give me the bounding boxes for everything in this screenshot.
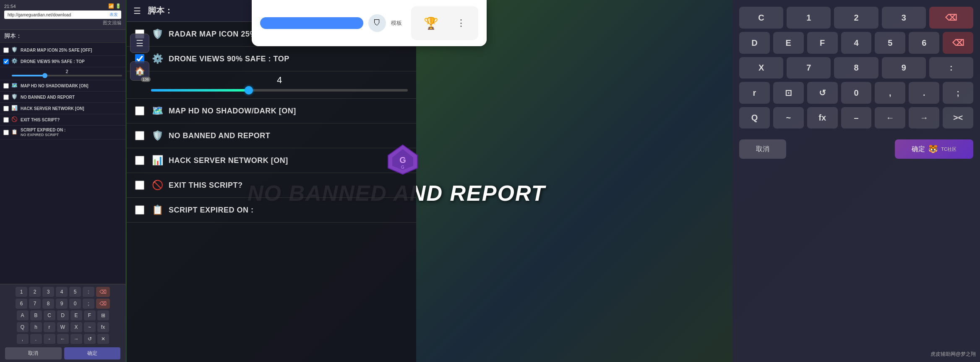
rk-8[interactable]: 8 [834, 57, 878, 79]
kb-e[interactable]: E [70, 310, 82, 320]
kb-3[interactable]: 3 [42, 287, 54, 297]
center-list-item[interactable]: 🛡️ NO BANNED AND REPORT [127, 123, 416, 148]
maphd-checkbox[interactable] [3, 83, 9, 89]
url-bar[interactable]: http://gameguardian.net/download 表发 [4, 10, 121, 19]
rk-del1[interactable]: ⌫ [929, 7, 973, 29]
kb-comma[interactable]: , [17, 334, 29, 344]
url-submit-btn[interactable]: 表发 [109, 12, 118, 18]
left-cancel-btn[interactable]: 取消 [5, 347, 62, 359]
exit-checkbox[interactable] [3, 117, 9, 123]
kb-dot[interactable]: . [30, 334, 42, 344]
kb-h[interactable]: h [30, 322, 42, 332]
kb-minus[interactable]: - [44, 334, 55, 344]
list-item[interactable]: ⚙️ DRONE VIEWS 90% SAFE : TOP [0, 56, 125, 67]
rk-q[interactable]: Q [739, 107, 770, 129]
list-item[interactable]: 🛡️ RADAR MAP ICON 25% SAFE [OFF] [0, 45, 125, 56]
center-list-item[interactable]: ⚙️ DRONE VIEWS 90% SAFE : TOP [127, 47, 416, 71]
rk-e[interactable]: E [773, 32, 804, 54]
nobanned-checkbox[interactable] [3, 94, 9, 100]
kb-8[interactable]: 8 [42, 299, 54, 309]
rk-angles[interactable]: >< [943, 107, 973, 129]
c-nobanned-checkbox[interactable] [135, 131, 144, 140]
kb-tilde[interactable]: ~ [84, 322, 96, 332]
rk-7[interactable]: 7 [787, 57, 831, 79]
rk-f[interactable]: F [807, 32, 838, 54]
rk-d[interactable]: D [739, 32, 770, 54]
rk-dash[interactable]: – [841, 107, 872, 129]
kb-del1[interactable]: ⌫ [96, 287, 110, 297]
rk-3[interactable]: 3 [882, 7, 926, 29]
more-options-btn[interactable]: ⋮ [456, 18, 466, 29]
c-exit-checkbox[interactable] [135, 181, 144, 190]
rk-colon[interactable]: : [929, 57, 973, 79]
kb-q[interactable]: Q [17, 322, 29, 332]
kb-9[interactable]: 9 [56, 299, 68, 309]
center-list-item[interactable]: 🚫 EXIT THIS SCRIPT? [127, 173, 416, 198]
rk-9[interactable]: 9 [882, 57, 926, 79]
rk-5[interactable]: 5 [875, 32, 905, 54]
kb-colon[interactable]: : [83, 287, 94, 297]
c-maphd-checkbox[interactable] [135, 106, 144, 115]
kb-x[interactable]: X [70, 322, 82, 332]
kb-7[interactable]: 7 [29, 299, 41, 309]
kb-c[interactable]: C [44, 310, 55, 320]
list-item[interactable]: 🛡️ NO BANNED AND REPORT [0, 92, 125, 103]
kb-w[interactable]: W [57, 322, 69, 332]
kb-4[interactable]: 4 [56, 287, 68, 297]
rk-4[interactable]: 4 [841, 32, 872, 54]
kb-0[interactable]: 0 [69, 299, 81, 309]
kb-undo[interactable]: ↺ [84, 334, 96, 344]
home-icon-btn[interactable]: 🏠 136 [130, 61, 149, 81]
drone-slider-track[interactable] [12, 75, 122, 76]
kb-semicolon[interactable]: ; [83, 299, 94, 309]
rk-r[interactable]: r [739, 82, 770, 104]
kb-f[interactable]: F [84, 310, 96, 320]
rk-right[interactable]: → [909, 107, 939, 129]
menu-icon-btn[interactable]: ☰ [130, 34, 149, 53]
c-drone-slider-track[interactable] [151, 89, 408, 92]
rk-history[interactable]: ↺ [807, 82, 838, 104]
list-item[interactable]: 📊 HACK SERVER NETWORK [ON] [0, 103, 125, 114]
rk-del2[interactable]: ⌫ [943, 32, 973, 54]
center-list-item[interactable]: 🗺️ MAP HD NO SHADOW/DARK [ON] [127, 99, 416, 123]
list-item[interactable]: 📋 SCRIPT EXPIRED ON :NO EXPIRED SCRIPT [0, 126, 125, 139]
left-confirm-btn[interactable]: 确定 [64, 347, 121, 359]
radar-checkbox[interactable] [3, 47, 9, 53]
right-cancel-btn[interactable]: 取消 [739, 139, 786, 159]
rk-dot[interactable]: . [909, 82, 939, 104]
expired-checkbox[interactable] [3, 130, 9, 135]
kb-fx[interactable]: fx [97, 322, 109, 332]
center-list-item[interactable]: 📋 SCRIPT EXPIRED ON : [127, 198, 416, 223]
kb-grid[interactable]: ⊞ [97, 310, 109, 320]
kb-1[interactable]: 1 [16, 287, 27, 297]
kb-a[interactable]: A [17, 310, 29, 320]
rk-comma[interactable]: , [875, 82, 905, 104]
kb-2[interactable]: 2 [29, 287, 41, 297]
kb-5[interactable]: 5 [69, 287, 81, 297]
center-list-item[interactable]: 📊 HACK SERVER NETWORK [ON] [127, 148, 416, 173]
kb-left[interactable]: ← [57, 334, 69, 344]
rk-2[interactable]: 2 [834, 7, 878, 29]
kb-r[interactable]: r [44, 322, 55, 332]
kb-del2[interactable]: ⌫ [96, 299, 110, 309]
rk-x[interactable]: X [739, 57, 783, 79]
rk-0[interactable]: 0 [841, 82, 872, 104]
rk-dotgrid[interactable]: ⊡ [773, 82, 804, 104]
center-menu-icon[interactable]: ☰ [133, 6, 141, 16]
rk-1[interactable]: 1 [787, 7, 831, 29]
kb-6[interactable]: 6 [16, 299, 27, 309]
drone-checkbox[interactable] [3, 59, 9, 64]
c-hack-checkbox[interactable] [135, 156, 144, 165]
kb-cross[interactable]: ✕ [97, 334, 109, 344]
list-item[interactable]: 🗺️ MAP HD NO SHADOW/DARK [ON] [0, 80, 125, 92]
rk-6[interactable]: 6 [909, 32, 939, 54]
right-confirm-btn[interactable]: 确定 🐯 TC社区 [895, 139, 973, 159]
rk-tilde[interactable]: ~ [773, 107, 804, 129]
kb-right[interactable]: → [70, 334, 82, 344]
list-item[interactable]: 🚫 EXIT THIS SCRIPT? [0, 114, 125, 126]
rk-left[interactable]: ← [875, 107, 905, 129]
kb-d[interactable]: D [57, 310, 69, 320]
kb-b[interactable]: B [30, 310, 42, 320]
rk-fx[interactable]: fx [807, 107, 838, 129]
rk-c[interactable]: C [739, 7, 783, 29]
